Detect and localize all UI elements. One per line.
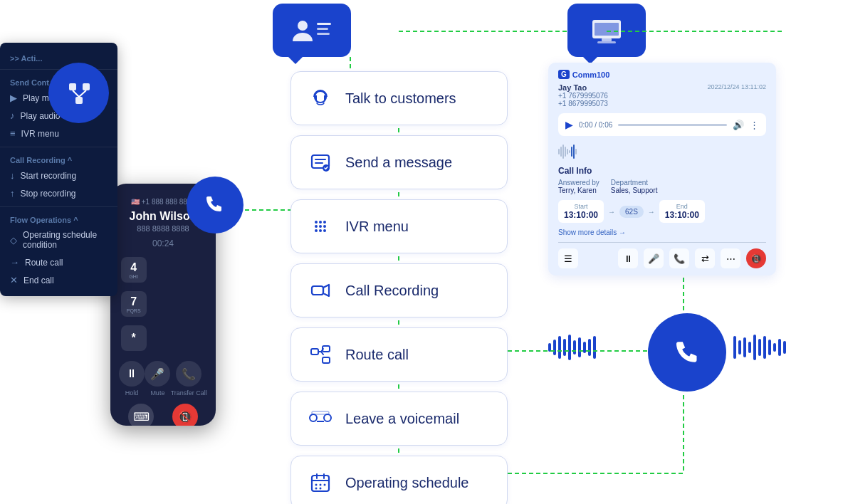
route-icon (307, 341, 334, 368)
card-message-label: Send a message (345, 154, 452, 171)
record-start-icon: ↓ (10, 170, 15, 181)
volume-icon[interactable]: 🔊 (733, 120, 744, 130)
key-4[interactable]: 4GHI (121, 257, 147, 283)
svg-point-37 (323, 229, 326, 232)
transfer-button[interactable]: 📞 Transfer Call (171, 361, 207, 397)
card-voicemail-label: Leave a voicemail (345, 411, 459, 427)
hangup-icon[interactable]: 📵 (746, 248, 766, 268)
sound-waves-left (548, 335, 596, 360)
speech-bubble-right (567, 4, 646, 57)
phone-circle-left (187, 177, 244, 233)
menu-icon: ≡ (10, 128, 16, 139)
card-talk-label: Talk to customers (345, 90, 456, 107)
svg-point-52 (315, 488, 318, 490)
card-route[interactable]: Route call (290, 327, 508, 382)
svg-rect-26 (315, 159, 326, 160)
answered-by-value: Terry, Karen (558, 187, 599, 194)
card-route-label: Route call (345, 347, 409, 363)
call-duration-badge: 62S (619, 206, 644, 218)
svg-point-35 (315, 229, 318, 232)
phone-caller-number: 888 8888 8888 (119, 224, 207, 233)
sidebar-item-ivrmenu[interactable]: ≡ IVR menu (0, 125, 117, 142)
grid-icon (307, 213, 334, 240)
key-star[interactable]: * (121, 325, 147, 351)
card-voicemail[interactable]: Leave a voicemail (290, 392, 508, 446)
sidebar-item-schedule-cond[interactable]: ◇ Operating schedule condition (0, 226, 117, 253)
record-stop-icon: ↑ (10, 188, 15, 199)
sidebar-item-route[interactable]: → Route call (0, 253, 117, 271)
svg-point-34 (323, 225, 326, 228)
speech-bubble-left (273, 4, 351, 57)
more-options-icon[interactable]: ⋮ (750, 120, 759, 130)
svg-point-32 (315, 225, 318, 228)
flow-icon-circle (48, 63, 109, 123)
svg-rect-12 (83, 83, 90, 90)
card-recording[interactable]: Call Recording (290, 263, 508, 317)
svg-rect-21 (602, 38, 612, 41)
keypad-button[interactable]: ⌨ Keypad (128, 404, 154, 426)
sidebar-item-stop-recording[interactable]: ↑ Stop recording (0, 184, 117, 202)
hold-button[interactable]: ⏸ Hold (119, 361, 145, 397)
caller-number-1: +1 7679995076 (558, 92, 608, 100)
svg-rect-17 (317, 23, 331, 25)
svg-rect-42 (323, 357, 330, 363)
arrow-right-icon: → (10, 257, 19, 268)
play-button[interactable]: ▶ (565, 119, 573, 130)
phone-duration: 00:24 (119, 238, 207, 248)
brand-logo: G Comm100 (558, 70, 609, 79)
svg-point-31 (323, 221, 326, 224)
svg-point-53 (320, 488, 322, 490)
svg-rect-23 (595, 23, 619, 36)
hangup-button[interactable]: 📵 Hang up (172, 404, 198, 426)
svg-rect-13 (75, 97, 83, 104)
call-bottom-bar: ☰ ⏸ 🎤 📞 ⇄ ⋯ 📵 (558, 242, 766, 268)
x-icon: ✕ (10, 275, 18, 285)
audio-time: 0:00 / 0:06 (579, 121, 612, 129)
voicemail-icon (307, 405, 334, 432)
show-more-link[interactable]: Show more details → (558, 229, 766, 236)
key-7[interactable]: 7PQRS (121, 291, 147, 317)
audio-progress-bar (618, 124, 727, 126)
music-icon: ♪ (10, 110, 15, 121)
card-schedule[interactable]: Operating schedule (290, 456, 508, 504)
sidebar-section-actions: >> Acti... (0, 50, 117, 65)
card-ivr-label: IVR menu (345, 219, 409, 235)
call-info-title: Call Info (558, 166, 766, 176)
mic-icon[interactable]: 🎤 (644, 248, 664, 268)
svg-rect-11 (69, 83, 76, 90)
play-icon: ▶ (10, 93, 17, 103)
card-talk[interactable]: Talk to customers (290, 71, 508, 125)
call-info-card: G Comm100 Jay Tao +1 7679995076 +1 86799… (548, 63, 776, 275)
headset-icon (307, 85, 334, 112)
cards-wrapper: Talk to customers Send a message (290, 71, 508, 504)
menu-icon-bottom[interactable]: ☰ (558, 248, 578, 268)
svg-point-30 (319, 221, 322, 224)
transfer-icon[interactable]: ⇄ (695, 248, 715, 268)
svg-point-29 (315, 221, 318, 224)
caller-number-2: +1 8679995073 (558, 100, 608, 107)
svg-rect-22 (597, 41, 616, 43)
phone-actions: ⏸ Hold 🎤 Mute 📞 Transfer Call (119, 361, 207, 397)
svg-point-49 (315, 484, 318, 486)
audio-player[interactable]: ▶ 0:00 / 0:06 🔊 ⋮ (558, 113, 766, 136)
svg-point-50 (320, 484, 322, 486)
card-recording-label: Call Recording (345, 283, 439, 299)
svg-rect-40 (311, 349, 318, 355)
svg-rect-18 (317, 28, 328, 30)
card-schedule-label: Operating schedule (345, 475, 468, 491)
sidebar-item-start-recording[interactable]: ↓ Start recording (0, 167, 117, 184)
phone-icon-bottom[interactable]: 📞 (669, 248, 689, 268)
mute-button[interactable]: 🎤 Mute (145, 361, 170, 397)
answered-by-label: Answered by (558, 179, 599, 187)
sidebar-item-end-call[interactable]: ✕ End call (0, 271, 117, 289)
svg-rect-44 (312, 411, 329, 414)
card-message[interactable]: Send a message (290, 135, 508, 189)
svg-marker-39 (323, 285, 329, 296)
pause-icon[interactable]: ⏸ (618, 248, 638, 268)
dots-icon[interactable]: ⋯ (721, 248, 740, 268)
card-ivr[interactable]: IVR menu (290, 199, 508, 253)
message-icon (307, 149, 334, 176)
department-label: Department (611, 179, 658, 187)
diamond-icon: ◇ (10, 235, 17, 246)
caller-name: Jay Tao (558, 83, 608, 92)
